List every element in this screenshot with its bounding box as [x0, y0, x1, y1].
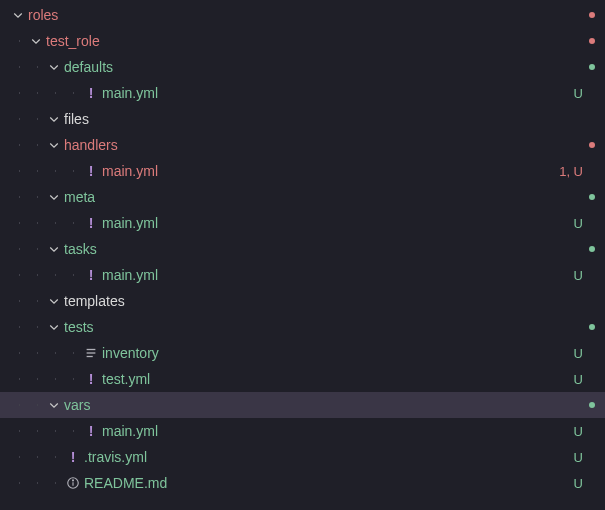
text-file-icon [82, 346, 100, 360]
git-status-badge: 1, U [559, 164, 583, 179]
tree-file[interactable]: !main.ymlU [0, 262, 605, 288]
tree-file[interactable]: !main.ymlU [0, 210, 605, 236]
tree-item-label: main.yml [100, 267, 574, 283]
chevron-down-icon[interactable] [46, 399, 62, 411]
tree-folder[interactable]: test_role [0, 28, 605, 54]
tree-item-label: README.md [82, 475, 574, 491]
tree-file[interactable]: inventoryU [0, 340, 605, 366]
chevron-down-icon[interactable] [10, 9, 26, 21]
git-status-badge: U [574, 372, 583, 387]
status-dot-icon [589, 194, 595, 200]
chevron-down-icon[interactable] [46, 243, 62, 255]
tree-file[interactable]: !.travis.ymlU [0, 444, 605, 470]
chevron-down-icon[interactable] [46, 295, 62, 307]
yaml-file-icon: ! [82, 215, 100, 231]
yaml-file-icon: ! [82, 163, 100, 179]
chevron-down-icon[interactable] [46, 191, 62, 203]
info-file-icon [64, 476, 82, 490]
tree-file[interactable]: !main.ymlU [0, 418, 605, 444]
chevron-down-icon[interactable] [46, 113, 62, 125]
tree-item-label: test.yml [100, 371, 574, 387]
tree-folder[interactable]: templates [0, 288, 605, 314]
status-dot-icon [589, 12, 595, 18]
tree-item-label: defaults [62, 59, 589, 75]
chevron-down-icon[interactable] [46, 139, 62, 151]
chevron-down-icon[interactable] [46, 61, 62, 73]
svg-point-5 [73, 480, 74, 481]
tree-file[interactable]: !test.ymlU [0, 366, 605, 392]
tree-item-label: main.yml [100, 163, 559, 179]
tree-item-label: inventory [100, 345, 574, 361]
yaml-file-icon: ! [82, 423, 100, 439]
status-dot-icon [589, 64, 595, 70]
tree-file[interactable]: !main.yml1, U [0, 158, 605, 184]
git-status-badge: U [574, 450, 583, 465]
status-dot-icon [589, 38, 595, 44]
tree-file[interactable]: !main.ymlU [0, 80, 605, 106]
yaml-file-icon: ! [82, 267, 100, 283]
tree-file[interactable]: README.mdU [0, 470, 605, 496]
tree-item-label: roles [26, 7, 589, 23]
chevron-down-icon[interactable] [46, 321, 62, 333]
tree-item-label: test_role [44, 33, 589, 49]
tree-item-label: tasks [62, 241, 589, 257]
tree-folder[interactable]: tasks [0, 236, 605, 262]
tree-item-label: vars [62, 397, 589, 413]
tree-item-label: tests [62, 319, 589, 335]
tree-folder[interactable]: files [0, 106, 605, 132]
tree-item-label: meta [62, 189, 589, 205]
tree-item-label: templates [62, 293, 589, 309]
tree-item-label: files [62, 111, 589, 127]
tree-item-label: .travis.yml [82, 449, 574, 465]
file-tree: rolestest_roledefaults!main.ymlUfileshan… [0, 0, 605, 496]
tree-item-label: main.yml [100, 423, 574, 439]
git-status-badge: U [574, 216, 583, 231]
git-status-badge: U [574, 268, 583, 283]
tree-folder[interactable]: handlers [0, 132, 605, 158]
git-status-badge: U [574, 424, 583, 439]
yaml-file-icon: ! [82, 371, 100, 387]
yaml-file-icon: ! [82, 85, 100, 101]
tree-folder[interactable]: defaults [0, 54, 605, 80]
tree-item-label: main.yml [100, 85, 574, 101]
status-dot-icon [589, 402, 595, 408]
status-dot-icon [589, 142, 595, 148]
yaml-file-icon: ! [64, 449, 82, 465]
git-status-badge: U [574, 86, 583, 101]
git-status-badge: U [574, 476, 583, 491]
tree-item-label: handlers [62, 137, 589, 153]
tree-folder[interactable]: meta [0, 184, 605, 210]
tree-item-label: main.yml [100, 215, 574, 231]
tree-folder[interactable]: roles [0, 2, 605, 28]
git-status-badge: U [574, 346, 583, 361]
status-dot-icon [589, 246, 595, 252]
chevron-down-icon[interactable] [28, 35, 44, 47]
tree-folder[interactable]: tests [0, 314, 605, 340]
status-dot-icon [589, 324, 595, 330]
tree-folder[interactable]: vars [0, 392, 605, 418]
